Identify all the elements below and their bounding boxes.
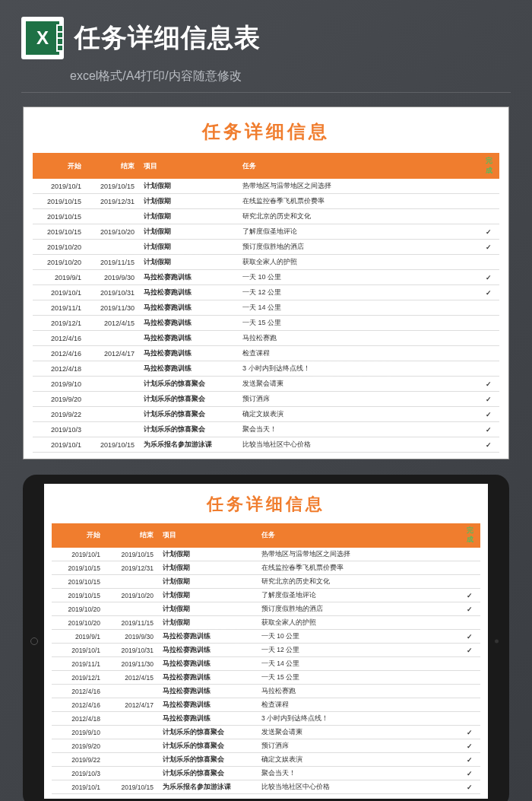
table-row: 2019/10/12019/10/15计划假期热带地区与温带地区之间选择 [52, 548, 480, 561]
table-row: 2019/12/12012/4/15马拉松赛跑训练一天 15 公里 [33, 316, 499, 331]
cell-start: 2019/10/20 [52, 616, 105, 630]
cell-project: 计划假期 [139, 179, 238, 194]
cell-start: 2019/12/1 [33, 316, 86, 331]
cell-end [105, 726, 158, 739]
table-row: 2012/4/18马拉松赛跑训练3 小时内到达终点线！ [52, 712, 480, 726]
col-header-task: 任务 [238, 153, 478, 179]
cell-project: 马拉松赛跑训练 [139, 361, 238, 377]
cell-project: 马拉松赛跑训练 [158, 644, 257, 657]
table-row: 2012/4/162012/4/17马拉松赛跑训练检查课程 [52, 698, 480, 712]
sheet-title: 任务详细信息 [52, 490, 480, 523]
cell-project: 为乐乐报名参加游泳课 [158, 780, 257, 794]
cell-project: 计划乐乐的惊喜聚会 [139, 407, 238, 422]
cell-done-check [478, 179, 499, 194]
table-header-row: 开始 结束 项目 任务 完成 [33, 153, 499, 179]
cell-end: 2019/10/15 [86, 179, 139, 194]
cell-project: 计划假期 [139, 194, 238, 209]
cell-project: 计划乐乐的惊喜聚会 [158, 767, 257, 780]
cell-done-check: ✓ [459, 753, 480, 767]
cell-project: 马拉松赛跑训练 [139, 316, 238, 331]
sheet-title: 任务详细信息 [33, 115, 499, 153]
cell-start: 2019/9/10 [52, 726, 105, 739]
cell-start: 2019/10/15 [52, 561, 105, 575]
col-header-project: 项目 [139, 153, 238, 179]
cell-start: 2012/4/16 [52, 685, 105, 698]
cell-task: 检查课程 [238, 346, 478, 361]
table-row: 2012/4/16马拉松赛跑训练马拉松赛跑 [33, 331, 499, 346]
cell-task: 确定文娱表演 [257, 753, 459, 767]
cell-done-check: ✓ [478, 224, 499, 240]
cell-end [105, 753, 158, 767]
cell-task: 比较当地社区中心价格 [238, 437, 478, 453]
cell-task: 一天 14 公里 [257, 657, 459, 671]
table-row: 2019/10/20计划假期预订度假胜地的酒店✓ [33, 240, 499, 255]
page-header: X 任务详细信息表 [0, 0, 532, 65]
cell-done-check: ✓ [459, 726, 480, 739]
cell-project: 计划假期 [139, 224, 238, 240]
cell-task: 研究北京的历史和文化 [238, 209, 478, 224]
cell-end: 2019/10/15 [105, 548, 158, 561]
cell-project: 马拉松赛跑训练 [139, 346, 238, 361]
cell-end: 2019/9/30 [105, 630, 158, 644]
cell-end: 2019/9/30 [86, 270, 139, 285]
cell-start: 2019/9/10 [33, 377, 86, 392]
cell-project: 马拉松赛跑训练 [158, 712, 257, 726]
cell-end: 2019/10/31 [86, 285, 139, 300]
cell-done-check: ✓ [459, 602, 480, 616]
table-row: 2019/10/202019/11/15计划假期获取全家人的护照 [33, 255, 499, 270]
cell-done-check: ✓ [478, 240, 499, 255]
table-row: 2019/9/20计划乐乐的惊喜聚会预订酒席✓ [52, 739, 480, 753]
cell-start: 2019/9/20 [52, 739, 105, 753]
cell-project: 计划假期 [139, 255, 238, 270]
cell-project: 马拉松赛跑训练 [139, 270, 238, 285]
cell-project: 计划乐乐的惊喜聚会 [139, 422, 238, 437]
cell-start: 2012/4/16 [52, 698, 105, 712]
cell-end [86, 392, 139, 407]
table-row: 2019/10/152019/10/20计划假期了解度假圣地评论✓ [33, 224, 499, 240]
table-row: 2019/9/22计划乐乐的惊喜聚会确定文娱表演✓ [52, 753, 480, 767]
cell-task: 热带地区与温带地区之间选择 [257, 548, 459, 561]
cell-done-check [459, 698, 480, 712]
cell-end [105, 767, 158, 780]
cell-done-check [478, 209, 499, 224]
cell-end [105, 712, 158, 726]
cell-project: 计划乐乐的惊喜聚会 [158, 739, 257, 753]
cell-end [105, 685, 158, 698]
cell-task: 一天 10 公里 [238, 270, 478, 285]
cell-task: 确定文娱表演 [238, 407, 478, 422]
cell-start: 2019/10/15 [52, 575, 105, 589]
cell-project: 计划乐乐的惊喜聚会 [158, 726, 257, 739]
cell-task: 获取全家人的护照 [238, 255, 478, 270]
cell-end: 2019/10/15 [86, 437, 139, 453]
col-header-done: 完成 [459, 523, 480, 548]
cell-done-check [459, 575, 480, 589]
table-row: 2019/9/10计划乐乐的惊喜聚会发送聚会请柬✓ [33, 377, 499, 392]
cell-done-check [459, 712, 480, 726]
spreadsheet-preview-tablet: 任务详细信息 开始 结束 项目 任务 完成 2019/10/12019/10/1… [44, 484, 488, 799]
col-header-done: 完成 [478, 153, 499, 179]
cell-done-check [459, 685, 480, 698]
table-row: 2019/10/152019/10/20计划假期了解度假圣地评论✓ [52, 589, 480, 602]
table-row: 2019/9/12019/9/30马拉松赛跑训练一天 10 公里✓ [52, 630, 480, 644]
cell-end: 2019/10/31 [105, 644, 158, 657]
cell-start: 2019/10/20 [52, 602, 105, 616]
table-row: 2019/10/15计划假期研究北京的历史和文化 [33, 209, 499, 224]
cell-task: 一天 12 公里 [238, 285, 478, 300]
cell-end [105, 602, 158, 616]
cell-end: 2012/4/15 [105, 671, 158, 685]
table-row: 2019/10/12019/10/31马拉松赛跑训练一天 12 公里✓ [33, 285, 499, 300]
cell-end: 2019/12/31 [105, 561, 158, 575]
cell-done-check [478, 194, 499, 209]
cell-start: 2019/10/15 [33, 194, 86, 209]
table-row: 2019/10/20计划假期预订度假胜地的酒店✓ [52, 602, 480, 616]
cell-task: 热带地区与温带地区之间选择 [238, 179, 478, 194]
cell-task: 3 小时内到达终点线！ [238, 361, 478, 377]
cell-done-check [459, 671, 480, 685]
table-row: 2019/9/10计划乐乐的惊喜聚会发送聚会请柬✓ [52, 726, 480, 739]
cell-end: 2019/10/20 [105, 589, 158, 602]
cell-task: 聚会当天！ [238, 422, 478, 437]
cell-task: 发送聚会请柬 [257, 726, 459, 739]
cell-done-check [478, 361, 499, 377]
table-row: 2019/11/12019/11/30马拉松赛跑训练一天 14 公里 [52, 657, 480, 671]
cell-project: 计划假期 [158, 602, 257, 616]
